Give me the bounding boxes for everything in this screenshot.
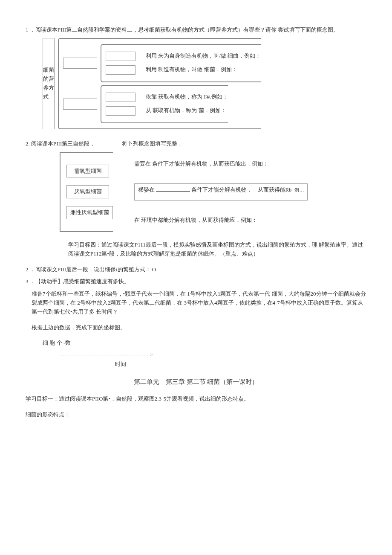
learning-goal-4: 学习目标四：通过阅读课文P111最后一段，模拟实验感悟及画坐标图的方式，说出细菌… [68, 241, 366, 259]
diagram1-vertical-label: 细菌的营养方式 [43, 38, 55, 129]
question-3-body: 准备7个纸杯和一些豆子，纸杯编号，•颗豆子代表一个细菌．在 1号杯中放入1颗豆子… [32, 290, 366, 316]
unit-chapter-title: 第二单元 第三章 第二节 细菌（第一课时） [26, 377, 366, 387]
concept-diagram-2: 需氧型细菌 厌氧型细菌 兼性厌氧型细菌 需要在 条件下才能分解有机物，从而获巴能… [60, 152, 366, 232]
diagram1-top-level-box-1[interactable] [63, 58, 97, 69]
learning-goal-1: 学习目标一：通过阅读课本PIIO第•．自然段，观察图2.3-5并观看视频，说出细… [26, 395, 366, 404]
morphology-label: 细菌的形态特点： [26, 410, 366, 419]
coordinate-axis: ----------------------------------------… [60, 350, 366, 369]
diagram2-box-2: 厌氧型细菌 [66, 185, 109, 198]
question-2b: 2 ．阅读课文PIII最后一段，说出细保i的繁殖方式： O [26, 265, 366, 274]
diagram2-box-1: 需氧型细菌 [66, 165, 109, 178]
diagram2-explain-1: 需要在 条件下才能分解有机物，从而获巴能出．例如： [134, 160, 308, 168]
diagram1-sub-box-2[interactable] [106, 65, 135, 75]
diagram1-sub-box-3[interactable] [106, 93, 135, 102]
diagram2-explain-2-box: 稀娶在 条件下才能分解有机物． 从而获得能Rb 例… [134, 183, 308, 200]
diagram1-sub-box-1[interactable] [106, 52, 135, 61]
diagram1-sub-box-4[interactable] [106, 106, 135, 116]
axis-y-label: 细 胞 个 -数 [43, 339, 366, 348]
concept-diagram-1: 细菌的营养方式 利用 来为自身制造有机物，叫/做 细曲．例如： 利用 制造有机物… [43, 38, 366, 129]
diagram2-box-3: 兼性厌氧型细菌 [66, 206, 113, 219]
diagram1-explain-4: 从 获取有机物，称为 菌．例如： [146, 106, 226, 115]
question-2-intro: 2. 阅读课本PIII第三自然段， 将卜列概念图填写完整． [26, 139, 366, 148]
diagram1-explain-2: 利用 制造有机物，叫做 细菌．例如： [146, 65, 237, 74]
diagram1-explain-3: 依靠 获取有机物，称为 I®.例如： [146, 93, 228, 102]
diagram1-explain-1: 利用 来为自身制造有机物，叫/做 细曲．例如： [146, 52, 261, 61]
diagram1-top-level-box-2[interactable] [63, 99, 97, 110]
question-3-coord-prompt: 根据上边的数据，完成下面的坐标图。 [32, 323, 366, 332]
question-3-title: 3 ．【动动手】感受细菌繁殖速度有多快。 [26, 277, 366, 286]
diagram2-explain-3: 在 环境中都能分解有机物，从而获得能应．例如： [134, 216, 308, 224]
diagram2-blank[interactable] [156, 186, 190, 192]
axis-x-label: 时间 [115, 360, 366, 369]
question-1-intro: 1 ．阅读课本PIII第二自然段和学案的资料二，思考细菌获取有机物的方式（即营养… [26, 26, 366, 35]
